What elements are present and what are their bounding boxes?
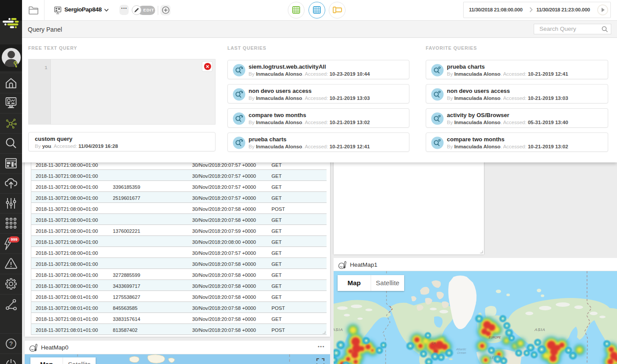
svg-text:CA: CA — [431, 342, 436, 345]
svg-text:Atlantic: Atlantic — [456, 348, 466, 351]
svg-text:EUROPE: EUROPE — [489, 336, 501, 339]
svg-text:ASIA: ASIA — [534, 327, 546, 332]
svg-text:ASIA: ASIA — [334, 327, 343, 332]
svg-text:Ocean: Ocean — [457, 351, 466, 354]
svg-text:?: ? — [9, 340, 13, 347]
